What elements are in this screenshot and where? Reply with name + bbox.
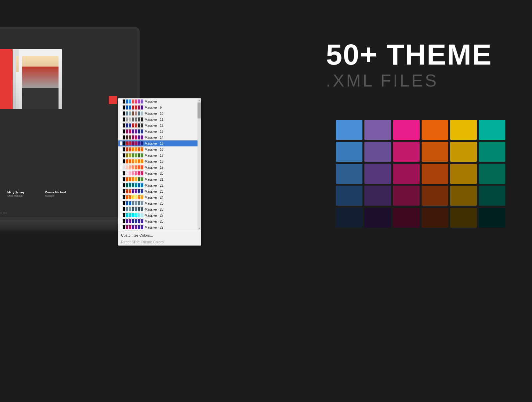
color-grid-cell: [479, 120, 505, 140]
dropdown-item[interactable]: Massive - 24: [118, 194, 198, 200]
dropdown-item[interactable]: Massive - 15: [118, 140, 198, 146]
color-grid-cell: [364, 208, 391, 228]
color-grid-cell: [479, 164, 505, 184]
dropdown-item[interactable]: Massive - 21: [118, 176, 198, 182]
color-grid-cell: [336, 142, 362, 162]
dropdown-item[interactable]: Massive - 14: [118, 134, 198, 140]
color-grid-cell: [479, 208, 505, 228]
color-grid-cell: [422, 208, 448, 228]
dropdown-item[interactable]: Massive - 29: [118, 224, 198, 230]
color-grid-cell: [422, 142, 448, 162]
dropdown-item[interactable]: Massive - 23: [118, 188, 198, 194]
dropdown-scroll-area[interactable]: ▲ Massive -Massive - 9Massive - 10Massiv…: [118, 99, 201, 230]
color-grid: [336, 120, 505, 228]
dropdown-item[interactable]: Massive - 11: [118, 116, 198, 122]
dropdown-item[interactable]: Massive - 27: [118, 212, 198, 218]
dropdown-item[interactable]: Massive - 18: [118, 158, 198, 164]
color-grid-cell: [336, 208, 362, 228]
dropdown-divider: [118, 231, 201, 231]
dropdown-item[interactable]: Massive - 10: [118, 110, 198, 116]
person-role-emma: Manager: [45, 195, 66, 197]
color-grid-cell: [336, 186, 362, 206]
theme-dropdown[interactable]: ▲ Massive -Massive - 9Massive - 10Massiv…: [118, 98, 201, 246]
color-grid-cell: [479, 142, 505, 162]
person-name-emma: Emma Michael: [45, 191, 66, 194]
dropdown-item[interactable]: Massive - 9: [118, 104, 198, 110]
dropdown-item[interactable]: Massive - 17: [118, 152, 198, 158]
color-grid-cell: [393, 186, 420, 206]
dropdown-item[interactable]: Massive - 22: [118, 182, 198, 188]
headline-main-text: 50+ THEME: [326, 40, 492, 69]
dropdown-items-list: Massive -Massive - 9Massive - 10Massive …: [118, 99, 201, 230]
color-grid-cell: [450, 120, 477, 140]
person-role-mary: Office Manager: [7, 195, 25, 197]
dropdown-item[interactable]: Massive - 28: [118, 218, 198, 224]
color-grid-cell: [364, 186, 391, 206]
macbook-label: cBook Pro: [0, 211, 7, 214]
dropdown-item[interactable]: Massive -: [118, 99, 198, 104]
dropdown-item[interactable]: Massive - 12: [118, 122, 198, 128]
dropdown-item[interactable]: Massive - 13: [118, 128, 198, 134]
reset-theme-colors-item[interactable]: Reset Slide Theme Colors: [118, 239, 201, 245]
screen-content: Mary Jamey Office Manager Emma Michael M…: [0, 29, 137, 217]
color-grid-cell: [450, 142, 477, 162]
dropdown-item[interactable]: Massive - 20: [118, 170, 198, 176]
dropdown-item[interactable]: Massive - 26: [118, 206, 198, 212]
color-grid-cell: [336, 120, 362, 140]
scroll-up-button[interactable]: ▲: [198, 99, 201, 102]
dropdown-item[interactable]: Massive - 16: [118, 146, 198, 152]
headline-sub-text: .XML FILES: [326, 71, 492, 91]
color-grid-cell: [393, 208, 420, 228]
person-name-mary: Mary Jamey: [7, 191, 25, 194]
color-grid-cell: [450, 208, 477, 228]
color-grid-cell: [364, 142, 391, 162]
slide-preview: Mary Jamey Office Manager Emma Michael M…: [0, 29, 137, 217]
color-grid-cell: [450, 164, 477, 184]
color-grid-cell: [393, 120, 420, 140]
color-grid-cell: [393, 142, 420, 162]
color-grid-cell: [422, 164, 448, 184]
customize-colors-item[interactable]: Customize Colors...: [118, 232, 201, 239]
color-grid-cell: [393, 164, 420, 184]
color-grid-cell: [364, 120, 391, 140]
dropdown-item[interactable]: Massive - 19: [118, 164, 198, 170]
color-grid-cell: [422, 120, 448, 140]
color-grid-cell: [450, 186, 477, 206]
color-grid-cell: [364, 164, 391, 184]
color-grid-cell: [479, 186, 505, 206]
color-grid-cell: [422, 186, 448, 206]
scroll-down-button[interactable]: ▼: [198, 226, 201, 230]
dropdown-item[interactable]: Massive - 25: [118, 200, 198, 206]
color-grid-cell: [336, 164, 362, 184]
scrollbar-track[interactable]: [198, 99, 201, 230]
headline-section: 50+ THEME .XML FILES: [326, 40, 492, 91]
